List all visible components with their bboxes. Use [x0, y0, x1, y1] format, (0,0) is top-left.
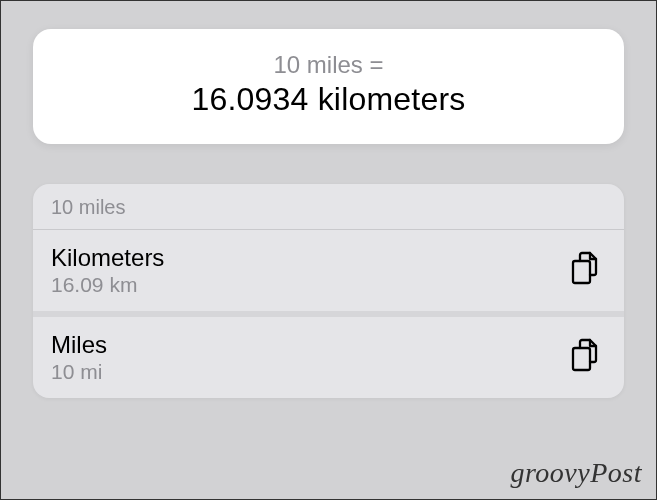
hero-result: 16.0934 kilometers	[53, 81, 604, 118]
watermark: groovyPost	[511, 457, 643, 489]
row-title: Miles	[51, 331, 107, 359]
row-sub: 10 mi	[51, 360, 107, 384]
conversion-hero-card: 10 miles = 16.0934 kilometers	[33, 29, 624, 144]
row-sub: 16.09 km	[51, 273, 164, 297]
copy-icon[interactable]	[568, 250, 602, 292]
list-row-miles[interactable]: Miles 10 mi	[33, 317, 624, 398]
row-title: Kilometers	[51, 244, 164, 272]
list-row-kilometers[interactable]: Kilometers 16.09 km	[33, 230, 624, 317]
list-header: 10 miles	[33, 184, 624, 230]
svg-rect-1	[573, 348, 590, 370]
copy-icon[interactable]	[568, 337, 602, 379]
conversion-list-card: 10 miles Kilometers 16.09 km Miles 10 mi	[33, 184, 624, 398]
svg-rect-0	[573, 261, 590, 283]
hero-query: 10 miles =	[53, 51, 604, 79]
